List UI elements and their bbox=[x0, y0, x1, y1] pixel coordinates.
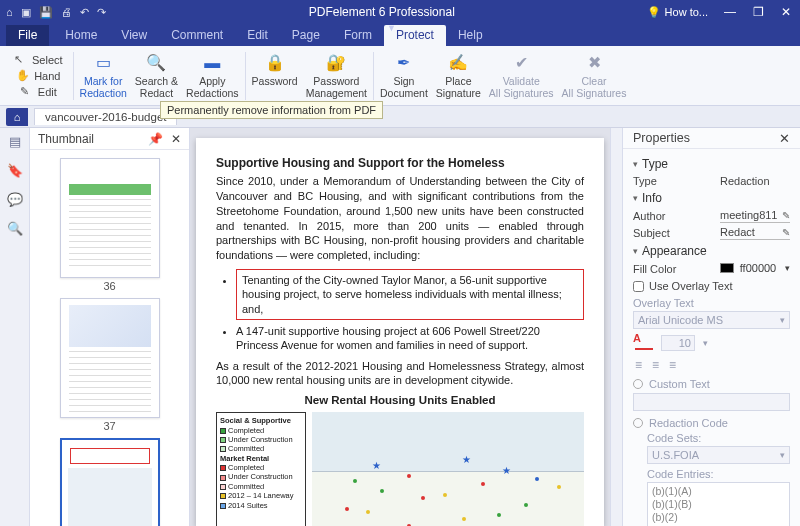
tab-comment[interactable]: Comment bbox=[159, 25, 235, 46]
restore-button[interactable]: ❐ bbox=[744, 5, 772, 19]
home-icon: ⌂ bbox=[14, 111, 21, 123]
validate-all-signatures-button[interactable]: ✔ ValidateAll Signatures bbox=[485, 50, 558, 101]
apply-redactions-tooltip: Permanently remove information from PDF bbox=[160, 101, 383, 119]
tab-page[interactable]: Page bbox=[280, 25, 332, 46]
validate-icon: ✔ bbox=[510, 52, 532, 74]
doc-bullet-2: A 147-unit supportive housing project at… bbox=[236, 324, 584, 353]
thumbnails-icon[interactable]: ▤ bbox=[9, 134, 21, 149]
properties-title: Properties bbox=[633, 131, 690, 145]
hand-tool[interactable]: ✋Hand bbox=[14, 68, 62, 83]
redaction-marked-text[interactable]: Tenanting of the City-owned Taylor Manor… bbox=[236, 269, 584, 320]
document-tab-bar: ⌂ vancouver-2016-budget bbox=[0, 106, 800, 128]
thumbnail-page-38[interactable]: 38 bbox=[60, 438, 160, 526]
thumbnail-close-button[interactable]: ✕ bbox=[171, 132, 181, 146]
edit-icon: ✎ bbox=[782, 210, 790, 221]
caret-down-icon[interactable]: ▾ bbox=[633, 159, 638, 169]
quick-access-toolbar: ⌂ ▣ 💾 🖨 ↶ ↷ bbox=[0, 6, 117, 19]
search-icon[interactable]: 🔍 bbox=[7, 221, 23, 236]
align-left-icon[interactable]: ≡ bbox=[635, 358, 642, 372]
clear-all-signatures-button[interactable]: ✖ ClearAll Signatures bbox=[558, 50, 631, 101]
map-figure: Social & Supportive Completed Under Cons… bbox=[216, 412, 584, 526]
type-label: Type bbox=[633, 175, 657, 187]
use-overlay-text-label: Use Overlay Text bbox=[649, 280, 733, 292]
doc-paragraph-1: Since 2010, under a Memorandum of Unders… bbox=[216, 174, 584, 263]
app-title: PDFelement 6 Professional bbox=[117, 5, 647, 19]
tab-help[interactable]: Help bbox=[446, 25, 495, 46]
select-tool[interactable]: ↖Select bbox=[12, 52, 65, 67]
edit-icon: ✎ bbox=[782, 227, 790, 238]
chevron-down-icon: ▾ bbox=[780, 315, 785, 325]
thumbnail-panel-title: Thumbnail bbox=[38, 132, 94, 146]
search-redact-icon: 🔍 bbox=[145, 52, 167, 74]
active-tab-indicator-icon: ▼ bbox=[387, 23, 396, 33]
title-bar: ⌂ ▣ 💾 🖨 ↶ ↷ PDFelement 6 Professional 💡 … bbox=[0, 0, 800, 24]
section-info: Info bbox=[642, 191, 662, 205]
author-label: Author bbox=[633, 210, 665, 222]
document-tab[interactable]: vancouver-2016-budget bbox=[34, 108, 177, 125]
tab-view[interactable]: View bbox=[109, 25, 159, 46]
document-view[interactable]: Supportive Housing and Support for the H… bbox=[190, 128, 610, 526]
signature-icon: ✒ bbox=[393, 52, 415, 74]
workspace: ▤ 🔖 💬 🔍 Thumbnail 📌 ✕ 36 37 38 bbox=[0, 128, 800, 526]
redaction-code-radio[interactable] bbox=[633, 418, 643, 428]
how-to-link[interactable]: 💡 How to... bbox=[647, 6, 708, 19]
minimize-button[interactable]: — bbox=[716, 5, 744, 19]
author-field[interactable]: meeting811✎ bbox=[720, 209, 790, 223]
overlay-font-select[interactable]: Arial Unicode MS▾ bbox=[633, 311, 790, 329]
properties-close-button[interactable]: ✕ bbox=[779, 131, 790, 146]
sign-document-button[interactable]: ✒ SignDocument bbox=[376, 50, 432, 101]
code-entries-list[interactable]: (b)(1)(A) (b)(1)(B) (b)(2) (b)(3)(A) bbox=[647, 482, 790, 526]
place-signature-icon: ✍ bbox=[447, 52, 469, 74]
map-canvas: ★ ★ ★ bbox=[312, 412, 584, 526]
thumbnail-page-37[interactable]: 37 bbox=[60, 298, 160, 432]
mark-for-redaction-button[interactable]: ▭ Mark forRedaction bbox=[76, 50, 131, 101]
document-page: Supportive Housing and Support for the H… bbox=[196, 138, 604, 526]
cursor-icon: ↖ bbox=[14, 53, 28, 66]
qat-save-icon[interactable]: 💾 bbox=[39, 6, 53, 18]
font-color-icon[interactable]: A bbox=[633, 332, 641, 344]
overlay-text-label: Overlay Text bbox=[633, 297, 790, 309]
qat-redo-icon[interactable]: ↷ bbox=[97, 6, 106, 18]
tab-home[interactable]: Home bbox=[53, 25, 109, 46]
edit-tool[interactable]: ✎Edit bbox=[18, 84, 59, 99]
list-item[interactable]: (b)(1)(A) bbox=[652, 485, 785, 498]
ribbon-protect: ↖Select ✋Hand ✎Edit ▭ Mark forRedaction … bbox=[0, 46, 800, 106]
thumbnail-panel: Thumbnail 📌 ✕ 36 37 38 bbox=[30, 128, 190, 526]
password-management-button[interactable]: 🔐 PasswordManagement bbox=[302, 50, 371, 101]
qat-undo-icon[interactable]: ↶ bbox=[80, 6, 89, 18]
thumbnail-page-36[interactable]: 36 bbox=[60, 158, 160, 292]
section-type: Type bbox=[642, 157, 668, 171]
align-center-icon[interactable]: ≡ bbox=[652, 358, 659, 372]
font-size-input[interactable]: 10 bbox=[661, 335, 695, 351]
custom-text-input[interactable] bbox=[633, 393, 790, 411]
lock-icon: 🔒 bbox=[264, 52, 286, 74]
apply-redactions-button[interactable]: ▬ ApplyRedactions bbox=[182, 50, 243, 101]
list-item[interactable]: (b)(1)(B) bbox=[652, 498, 785, 511]
code-sets-select[interactable]: U.S.FOIA▾ bbox=[647, 446, 790, 464]
custom-text-radio[interactable] bbox=[633, 379, 643, 389]
subject-field[interactable]: Redact✎ bbox=[720, 226, 790, 240]
app-logo-icon: ⌂ bbox=[6, 6, 13, 18]
fill-color-field[interactable]: ff00000 ▾ bbox=[720, 262, 790, 275]
caret-down-icon[interactable]: ▾ bbox=[633, 193, 638, 203]
list-item[interactable]: (b)(2) bbox=[652, 511, 785, 524]
place-signature-button[interactable]: ✍ PlaceSignature bbox=[432, 50, 485, 101]
password-button[interactable]: 🔒 Password bbox=[248, 50, 302, 101]
align-right-icon[interactable]: ≡ bbox=[669, 358, 676, 372]
search-redact-button[interactable]: 🔍 Search &Redact bbox=[131, 50, 182, 101]
qat-open-icon[interactable]: ▣ bbox=[21, 6, 31, 18]
bookmarks-icon[interactable]: 🔖 bbox=[7, 163, 23, 178]
qat-print-icon[interactable]: 🖨 bbox=[61, 6, 72, 18]
tab-file[interactable]: File bbox=[6, 25, 49, 46]
comments-icon[interactable]: 💬 bbox=[7, 192, 23, 207]
tab-edit[interactable]: Edit bbox=[235, 25, 280, 46]
home-tab-button[interactable]: ⌂ bbox=[6, 108, 28, 126]
vertical-scrollbar[interactable] bbox=[610, 128, 622, 526]
pin-icon[interactable]: 📌 bbox=[148, 132, 163, 146]
code-entries-label: Code Entries: bbox=[647, 468, 790, 480]
close-button[interactable]: ✕ bbox=[772, 5, 800, 19]
tab-form[interactable]: Form bbox=[332, 25, 384, 46]
use-overlay-text-checkbox[interactable] bbox=[633, 281, 644, 292]
caret-down-icon[interactable]: ▾ bbox=[633, 246, 638, 256]
menu-bar: ▼ File Home View Comment Edit Page Form … bbox=[0, 24, 800, 46]
